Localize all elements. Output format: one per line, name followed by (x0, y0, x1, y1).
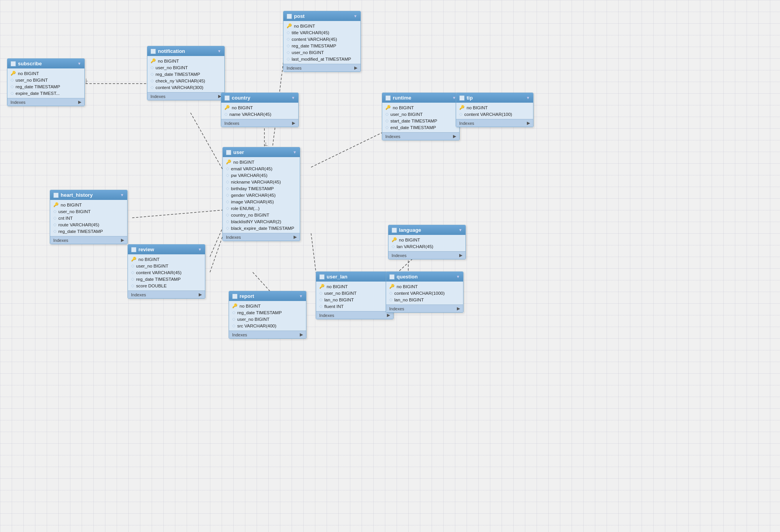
table-header-country[interactable]: country▼ (221, 93, 298, 103)
table-row: ◇birthday TIMESTAMP (223, 185, 300, 192)
table-name-label: heart_history (61, 192, 93, 198)
table-row: ◇reg_date TIMESTAMP (128, 276, 205, 282)
field-text: country_no BIGINT (231, 213, 269, 217)
field-text: role ENUM(...) (231, 206, 259, 211)
indexes-bar[interactable]: Indexes▶ (7, 98, 84, 106)
table-row: ◇blacklistNY VARCHAR(2) (223, 218, 300, 225)
table-header-subscribe[interactable]: subscribe▼ (7, 59, 84, 68)
chevron-down-icon[interactable]: ▼ (217, 49, 221, 53)
indexes-bar[interactable]: Indexes▶ (229, 331, 306, 338)
table-row: 🔑no BIGINT (388, 236, 465, 243)
table-body-tip: 🔑no BIGINT◇content VARCHAR(100) (456, 103, 533, 119)
indexes-bar[interactable]: Indexes▶ (128, 290, 205, 298)
fk-icon: ◇ (224, 112, 227, 117)
indexes-bar[interactable]: Indexes▶ (382, 132, 459, 140)
chevron-down-icon[interactable]: ▼ (291, 96, 295, 100)
table-row: ◇user_no BIGINT (128, 262, 205, 269)
fk-icon: ◇ (131, 263, 134, 268)
table-row: 🔑no BIGINT (316, 283, 393, 290)
table-header-post[interactable]: post▼ (283, 11, 360, 21)
chevron-down-icon[interactable]: ▼ (299, 294, 303, 298)
indexes-arrow-icon: ▶ (457, 306, 460, 311)
table-icon (459, 95, 465, 101)
table-row: ◇pw VARCHAR(45) (223, 172, 300, 178)
table-row: ◇gender VARCHAR(45) (223, 192, 300, 198)
table-row: ◇reg_date TIMESTAMP (50, 228, 127, 234)
fk-icon: ◇ (226, 226, 229, 231)
table-header-language[interactable]: language▼ (388, 225, 465, 235)
table-icon (224, 95, 230, 101)
indexes-bar[interactable]: Indexes▶ (283, 64, 360, 72)
indexes-bar[interactable]: Indexes▶ (147, 92, 224, 100)
indexes-bar[interactable]: Indexes▶ (316, 311, 393, 319)
indexes-bar[interactable]: Indexes▶ (386, 304, 463, 312)
pk-icon: 🔑 (319, 284, 325, 289)
table-row: 🔑no BIGINT (283, 23, 360, 29)
table-header-review[interactable]: review▼ (128, 245, 205, 254)
table-row: ◇check_ny VARCHAR(45) (147, 77, 224, 84)
table-icon (392, 228, 397, 233)
table-row: ◇name VARCHAR(45) (221, 111, 298, 117)
fk-icon: ◇ (232, 310, 235, 315)
chevron-down-icon[interactable]: ▼ (293, 150, 297, 154)
table-icon (150, 49, 156, 54)
field-text: lan VARCHAR(45) (397, 244, 433, 249)
table-header-user[interactable]: user▼ (223, 147, 300, 157)
table-header-question[interactable]: question▼ (386, 272, 463, 282)
table-icon (131, 247, 136, 252)
table-header-report[interactable]: report▼ (229, 291, 306, 301)
table-row: 🔑no BIGINT (223, 159, 300, 165)
chevron-down-icon[interactable]: ▼ (353, 14, 357, 18)
table-header-notification[interactable]: notification▼ (147, 46, 224, 56)
field-text: content VARCHAR(300) (156, 85, 203, 90)
indexes-bar[interactable]: Indexes▶ (50, 236, 127, 244)
table-row: ◇reg_date TIMESTAMP (7, 83, 84, 90)
chevron-down-icon[interactable]: ▼ (198, 247, 202, 252)
table-row: ◇title VARCHAR(45) (283, 29, 360, 36)
indexes-bar[interactable]: Indexes▶ (388, 251, 465, 259)
table-row: ◇src VARCHAR(400) (229, 322, 306, 329)
svg-text:⊥: ⊥ (264, 141, 268, 147)
fk-icon: ◇ (319, 304, 322, 309)
table-body-notification: 🔑no BIGINT◇user_no BIGINT◇reg_date TIMES… (147, 56, 224, 92)
field-text: user_no BIGINT (390, 112, 423, 117)
field-text: content VARCHAR(45) (136, 270, 182, 275)
svg-line-7 (311, 132, 383, 167)
field-text: birthday TIMESTAMP (231, 186, 274, 191)
table-name-label: language (399, 227, 421, 233)
table-row: ◇reg_date TIMESTAMP (283, 42, 360, 49)
table-header-user_lan[interactable]: user_lan▼ (316, 272, 393, 282)
chevron-down-icon[interactable]: ▼ (456, 275, 460, 279)
field-text: reg_date TIMESTAMP (156, 72, 200, 77)
fk-icon: ◇ (385, 125, 388, 130)
chevron-down-icon[interactable]: ▼ (77, 61, 81, 66)
field-text: user_no BIGINT (237, 317, 269, 322)
table-name-label: post (294, 13, 304, 19)
field-text: no BIGINT (240, 304, 261, 308)
field-text: last_modified_at TIMESTAMP (292, 57, 351, 61)
fk-icon: ◇ (150, 72, 154, 77)
table-name-label: country (232, 95, 250, 101)
table-header-runtime[interactable]: runtime▼ (382, 93, 459, 103)
fk-icon: ◇ (150, 85, 154, 90)
field-text: name VARCHAR(45) (229, 112, 271, 117)
chevron-down-icon[interactable]: ▼ (526, 96, 530, 100)
table-row: ◇content VARCHAR(1000) (386, 290, 463, 296)
indexes-label: Indexes (319, 313, 334, 318)
indexes-bar[interactable]: Indexes▶ (456, 119, 533, 127)
fk-icon: ◇ (385, 112, 388, 117)
table-body-post: 🔑no BIGINT◇title VARCHAR(45)◇content VAR… (283, 21, 360, 64)
table-body-language: 🔑no BIGINT◇lan VARCHAR(45) (388, 235, 465, 251)
chevron-down-icon[interactable]: ▼ (458, 228, 462, 232)
table-question: question▼🔑no BIGINT◇content VARCHAR(1000… (386, 271, 463, 313)
fk-icon: ◇ (226, 179, 229, 184)
table-header-heart_history[interactable]: heart_history▼ (50, 190, 127, 200)
indexes-bar[interactable]: Indexes▶ (221, 119, 298, 127)
indexes-bar[interactable]: Indexes▶ (223, 233, 300, 241)
field-text: no BIGINT (397, 284, 418, 289)
table-report: report▼🔑no BIGINT◇reg_date TIMESTAMP◇use… (229, 291, 306, 339)
fk-icon: ◇ (226, 199, 229, 204)
field-text: no BIGINT (327, 284, 348, 289)
table-header-tip[interactable]: tip▼ (456, 93, 533, 103)
chevron-down-icon[interactable]: ▼ (120, 193, 124, 197)
